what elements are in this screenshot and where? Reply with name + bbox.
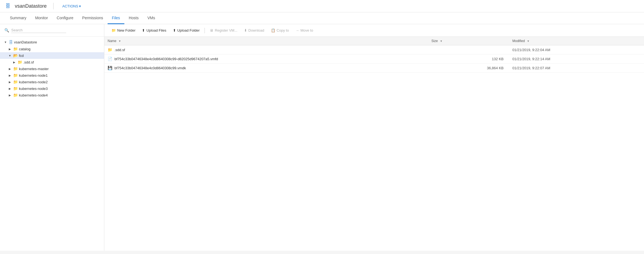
th-name[interactable]: Name ▼ [104, 37, 428, 45]
sort-size-icon: ▼ [440, 40, 443, 43]
tree-toggle-catalog[interactable]: ▶ [8, 47, 12, 51]
tab-configure[interactable]: Configure [52, 12, 78, 24]
row1-modified: 01/21/2019, 9:22:04 AM [509, 45, 644, 54]
file-tree: ▼ 🗄 vsanDatastore ▶ 📁 catalog ▼ 📂 fcd ▶ … [0, 37, 104, 251]
tree-label-k8s-node4: kubernetes-node4 [19, 93, 48, 97]
table-row[interactable]: 📄 bf754c33b04746348e4c0d8640308c99-d8202… [104, 54, 644, 64]
tree-toggle-fcd[interactable]: ▼ [8, 53, 12, 58]
search-input[interactable] [11, 27, 66, 33]
move-to-icon: → [295, 28, 299, 32]
tree-label-sdd-sf: .sdd.sf [23, 60, 34, 64]
row2-size: 132 KB [428, 54, 509, 64]
tree-folder-icon-k8s-master: 📁 [13, 67, 18, 71]
tree-toggle-k8s-master[interactable]: ▶ [8, 67, 12, 71]
copy-to-button[interactable]: 📋 Copy to [268, 27, 292, 34]
tree-toggle-k8s-node4[interactable]: ▶ [8, 93, 12, 97]
main-content: 🔍 ▼ 🗄 vsanDatastore ▶ 📁 catalog ▼ 📂 fcd [0, 24, 644, 251]
upload-folder-icon: ⬆ [173, 28, 176, 32]
copy-to-label: Copy to [277, 28, 289, 32]
row2-name: bf754c33b04746348e4c0d8640308c99-d82025d… [114, 57, 218, 61]
file-name-cell-1: 📁 .sdd.sf [108, 48, 425, 52]
tree-toggle-k8s-node3[interactable]: ▶ [8, 86, 12, 91]
th-modified[interactable]: Modified ▼ [509, 37, 644, 45]
left-panel: 🔍 ▼ 🗄 vsanDatastore ▶ 📁 catalog ▼ 📂 fcd [0, 24, 104, 251]
new-folder-icon: 📁 [111, 28, 116, 32]
right-panel: 📁 New Folder ⬆ Upload Files ⬆ Upload Fol… [104, 24, 644, 251]
register-vm-label: Register VM... [215, 28, 237, 32]
tab-hosts[interactable]: Hosts [124, 12, 143, 24]
actions-button[interactable]: ACTIONS ▾ [60, 3, 83, 9]
sort-modified-icon: ▼ [527, 40, 530, 43]
register-vm-button[interactable]: 🖥 Register VM... [207, 27, 240, 34]
tree-folder-icon-k8s-node1: 📁 [13, 73, 18, 78]
tree-label-root: vsanDatastore [14, 40, 37, 44]
th-size[interactable]: Size ▼ [428, 37, 509, 45]
tree-item-k8s-node1[interactable]: ▶ 📁 kubernetes-node1 [0, 72, 104, 79]
upload-files-icon: ⬆ [142, 28, 145, 32]
table-header-row: Name ▼ Size ▼ Modified ▼ [104, 37, 644, 45]
tab-monitor[interactable]: Monitor [31, 12, 52, 24]
table-row[interactable]: 💾 bf754c33b04746348e4c0d8640308c99.vmdk … [104, 64, 644, 73]
upload-files-button[interactable]: ⬆ Upload Files [139, 27, 169, 34]
row1-folder-icon: 📁 [108, 48, 112, 52]
row1-name: .sdd.sf [114, 48, 125, 52]
nav-tabs: Summary Monitor Configure Permissions Fi… [0, 12, 644, 24]
tree-folder-icon-k8s-node3: 📁 [13, 86, 18, 91]
tree-label-catalog: catalog [19, 47, 30, 51]
tab-summary[interactable]: Summary [5, 12, 31, 24]
tree-item-k8s-node4[interactable]: ▶ 📁 kubernetes-node4 [0, 92, 104, 98]
file-toolbar: 📁 New Folder ⬆ Upload Files ⬆ Upload Fol… [104, 24, 644, 37]
tree-item-k8s-master[interactable]: ▶ 📁 kubernetes-master [0, 65, 104, 72]
file-table-container: Name ▼ Size ▼ Modified ▼ [104, 37, 644, 251]
row3-vmdk-icon: 💾 [108, 66, 112, 70]
file-name-cell-3: 💾 bf754c33b04746348e4c0d8640308c99.vmdk [108, 66, 425, 70]
tree-item-k8s-node2[interactable]: ▶ 📁 kubernetes-node2 [0, 79, 104, 85]
app-title: vsanDatastore [15, 3, 47, 9]
tree-item-k8s-node3[interactable]: ▶ 📁 kubernetes-node3 [0, 85, 104, 92]
tree-label-fcd: fcd [19, 54, 24, 58]
move-to-button[interactable]: → Move to [293, 27, 316, 34]
tree-folder-icon-sdd-sf: 📁 [18, 60, 22, 64]
tree-toggle-sdd-sf[interactable]: ▶ [12, 60, 16, 64]
search-bar: 🔍 [0, 24, 104, 37]
row3-name: bf754c33b04746348e4c0d8640308c99.vmdk [114, 66, 186, 70]
table-row[interactable]: 📁 .sdd.sf 01/21/2019, 9:22:04 AM [104, 45, 644, 54]
tree-folder-icon-fcd: 📂 [13, 53, 18, 58]
row1-size [428, 45, 509, 54]
app-header: 🗄 vsanDatastore ACTIONS ▾ [0, 0, 644, 12]
tab-permissions[interactable]: Permissions [78, 12, 107, 24]
upload-folder-label: Upload Folder [177, 28, 200, 32]
upload-folder-button[interactable]: ⬆ Upload Folder [170, 27, 203, 34]
move-to-label: Move to [300, 28, 313, 32]
row2-modified: 01/21/2019, 9:22:14 AM [509, 54, 644, 64]
tree-toggle-k8s-node1[interactable]: ▶ [8, 73, 12, 78]
download-button[interactable]: ⬇ Download [241, 27, 267, 34]
tab-vms[interactable]: VMs [143, 12, 159, 24]
file-name-cell-2: 📄 bf754c33b04746348e4c0d8640308c99-d8202… [108, 57, 425, 61]
tree-toggle-k8s-node2[interactable]: ▶ [8, 80, 12, 84]
toolbar-separator-1 [205, 28, 205, 33]
tree-item-catalog[interactable]: ▶ 📁 catalog [0, 46, 104, 52]
tree-toggle-root[interactable]: ▼ [3, 40, 8, 45]
tree-label-k8s-master: kubernetes-master [19, 67, 49, 71]
tree-folder-icon-k8s-node4: 📁 [13, 93, 18, 97]
register-vm-icon: 🖥 [210, 28, 213, 32]
tab-files[interactable]: Files [108, 12, 125, 24]
tree-item-sdd-sf[interactable]: ▶ 📁 .sdd.sf [0, 59, 104, 65]
tree-item-vsandatastore[interactable]: ▼ 🗄 vsanDatastore [0, 39, 104, 46]
download-icon: ⬇ [244, 28, 247, 32]
tree-icon-root: 🗄 [9, 40, 13, 45]
new-folder-button[interactable]: 📁 New Folder [109, 27, 138, 34]
tree-label-k8s-node2: kubernetes-node2 [19, 80, 48, 84]
copy-to-icon: 📋 [271, 28, 275, 32]
download-label: Download [248, 28, 264, 32]
tree-item-fcd[interactable]: ▼ 📂 fcd [0, 52, 104, 59]
datastore-icon: 🗄 [5, 3, 10, 9]
new-folder-label: New Folder [117, 28, 135, 32]
upload-files-label: Upload Files [146, 28, 166, 32]
file-table: Name ▼ Size ▼ Modified ▼ [104, 37, 644, 73]
header-divider [53, 3, 54, 9]
search-icon: 🔍 [4, 28, 9, 32]
tree-label-k8s-node1: kubernetes-node1 [19, 73, 48, 78]
row3-size: 36,864 KB [428, 64, 509, 73]
